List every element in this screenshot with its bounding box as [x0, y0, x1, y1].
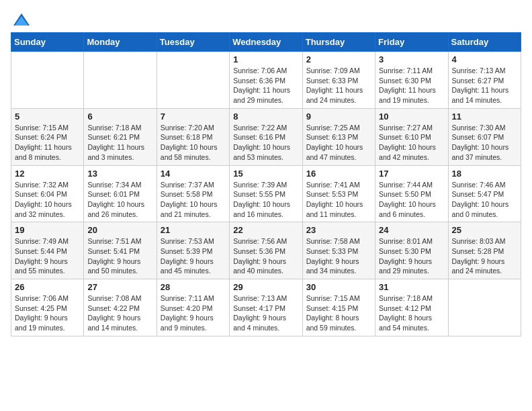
day-info: Sunrise: 8:01 AMSunset: 5:30 PMDaylight:…	[379, 236, 444, 276]
calendar-cell: 12Sunrise: 7:32 AMSunset: 6:04 PMDayligh…	[11, 165, 84, 222]
day-info: Sunrise: 7:56 AMSunset: 5:36 PMDaylight:…	[233, 236, 298, 276]
day-number: 20	[87, 225, 152, 235]
calendar-cell: 3Sunrise: 7:11 AMSunset: 6:30 PMDaylight…	[375, 52, 448, 109]
weekday-header-tuesday: Tuesday	[157, 33, 229, 52]
day-number: 8	[233, 111, 298, 122]
day-info: Sunrise: 7:08 AMSunset: 4:22 PMDaylight:…	[87, 293, 152, 333]
day-number: 2	[306, 54, 371, 64]
day-number: 27	[87, 282, 152, 292]
day-number: 16	[306, 169, 371, 179]
calendar-cell: 24Sunrise: 8:01 AMSunset: 5:30 PMDayligh…	[375, 222, 448, 279]
week-row-2: 5Sunrise: 7:15 AMSunset: 6:24 PMDaylight…	[11, 108, 521, 165]
day-number: 22	[233, 225, 298, 235]
day-info: Sunrise: 7:49 AMSunset: 5:44 PMDaylight:…	[15, 236, 80, 276]
day-info: Sunrise: 7:44 AMSunset: 5:50 PMDaylight:…	[379, 180, 444, 220]
calendar-cell	[84, 52, 157, 109]
calendar-cell: 30Sunrise: 7:15 AMSunset: 4:15 PMDayligh…	[302, 279, 375, 336]
day-info: Sunrise: 7:58 AMSunset: 5:33 PMDaylight:…	[306, 236, 371, 276]
calendar-cell: 7Sunrise: 7:20 AMSunset: 6:18 PMDaylight…	[157, 108, 229, 165]
weekday-header-sunday: Sunday	[11, 33, 84, 52]
calendar-cell: 17Sunrise: 7:44 AMSunset: 5:50 PMDayligh…	[375, 165, 448, 222]
calendar-cell: 28Sunrise: 7:11 AMSunset: 4:20 PMDayligh…	[157, 279, 229, 336]
calendar-cell: 29Sunrise: 7:13 AMSunset: 4:17 PMDayligh…	[230, 279, 302, 336]
day-number: 9	[306, 111, 371, 122]
logo-icon	[12, 11, 31, 30]
calendar-cell: 19Sunrise: 7:49 AMSunset: 5:44 PMDayligh…	[11, 222, 84, 279]
calendar-cell: 9Sunrise: 7:25 AMSunset: 6:13 PMDaylight…	[302, 108, 375, 165]
day-number: 19	[15, 225, 80, 235]
weekday-header-thursday: Thursday	[302, 33, 375, 52]
day-info: Sunrise: 7:18 AMSunset: 4:12 PMDaylight:…	[379, 293, 444, 333]
header	[11, 7, 521, 27]
day-info: Sunrise: 7:18 AMSunset: 6:21 PMDaylight:…	[87, 123, 152, 163]
calendar-cell: 1Sunrise: 7:06 AMSunset: 6:36 PMDaylight…	[230, 52, 302, 109]
calendar-cell: 22Sunrise: 7:56 AMSunset: 5:36 PMDayligh…	[230, 222, 302, 279]
calendar-cell: 15Sunrise: 7:39 AMSunset: 5:55 PMDayligh…	[230, 165, 302, 222]
day-number: 28	[161, 282, 226, 292]
day-number: 18	[452, 169, 517, 179]
day-info: Sunrise: 7:22 AMSunset: 6:16 PMDaylight:…	[233, 123, 298, 163]
calendar-cell: 26Sunrise: 7:06 AMSunset: 4:25 PMDayligh…	[11, 279, 84, 336]
week-row-3: 12Sunrise: 7:32 AMSunset: 6:04 PMDayligh…	[11, 165, 521, 222]
day-info: Sunrise: 8:03 AMSunset: 5:28 PMDaylight:…	[452, 236, 517, 276]
day-info: Sunrise: 7:06 AMSunset: 4:25 PMDaylight:…	[15, 293, 80, 333]
day-number: 29	[233, 282, 298, 292]
calendar-cell: 21Sunrise: 7:53 AMSunset: 5:39 PMDayligh…	[157, 222, 229, 279]
calendar-cell: 25Sunrise: 8:03 AMSunset: 5:28 PMDayligh…	[448, 222, 521, 279]
day-info: Sunrise: 7:32 AMSunset: 6:04 PMDaylight:…	[15, 180, 80, 220]
calendar-cell: 4Sunrise: 7:13 AMSunset: 6:27 PMDaylight…	[448, 52, 521, 109]
weekday-header-friday: Friday	[375, 33, 448, 52]
calendar-cell: 13Sunrise: 7:34 AMSunset: 6:01 PMDayligh…	[84, 165, 157, 222]
day-info: Sunrise: 7:30 AMSunset: 6:07 PMDaylight:…	[452, 123, 517, 163]
day-number: 30	[306, 282, 371, 292]
weekday-header-saturday: Saturday	[448, 33, 521, 52]
day-number: 24	[379, 225, 444, 235]
day-number: 1	[233, 54, 298, 64]
day-number: 17	[379, 169, 444, 179]
weekday-header-monday: Monday	[84, 33, 157, 52]
logo	[11, 11, 31, 27]
calendar-cell	[157, 52, 229, 109]
day-number: 25	[452, 225, 517, 235]
weekday-header-row: SundayMondayTuesdayWednesdayThursdayFrid…	[11, 33, 521, 52]
day-number: 14	[161, 169, 226, 179]
week-row-4: 19Sunrise: 7:49 AMSunset: 5:44 PMDayligh…	[11, 222, 521, 279]
calendar-cell	[11, 52, 84, 109]
day-info: Sunrise: 7:27 AMSunset: 6:10 PMDaylight:…	[379, 123, 444, 163]
day-info: Sunrise: 7:53 AMSunset: 5:39 PMDaylight:…	[161, 236, 226, 276]
calendar-cell: 11Sunrise: 7:30 AMSunset: 6:07 PMDayligh…	[448, 108, 521, 165]
calendar-cell: 10Sunrise: 7:27 AMSunset: 6:10 PMDayligh…	[375, 108, 448, 165]
calendar-header: SundayMondayTuesdayWednesdayThursdayFrid…	[11, 33, 521, 52]
day-info: Sunrise: 7:37 AMSunset: 5:58 PMDaylight:…	[161, 180, 226, 220]
calendar-cell: 16Sunrise: 7:41 AMSunset: 5:53 PMDayligh…	[302, 165, 375, 222]
day-number: 13	[87, 169, 152, 179]
calendar-cell: 6Sunrise: 7:18 AMSunset: 6:21 PMDaylight…	[84, 108, 157, 165]
day-number: 4	[452, 54, 517, 64]
calendar-cell: 23Sunrise: 7:58 AMSunset: 5:33 PMDayligh…	[302, 222, 375, 279]
day-info: Sunrise: 7:25 AMSunset: 6:13 PMDaylight:…	[306, 123, 371, 163]
day-info: Sunrise: 7:11 AMSunset: 4:20 PMDaylight:…	[161, 293, 226, 333]
day-info: Sunrise: 7:06 AMSunset: 6:36 PMDaylight:…	[233, 66, 298, 105]
day-number: 11	[452, 111, 517, 122]
day-info: Sunrise: 7:11 AMSunset: 6:30 PMDaylight:…	[379, 66, 444, 105]
day-info: Sunrise: 7:51 AMSunset: 5:41 PMDaylight:…	[87, 236, 152, 276]
day-info: Sunrise: 7:46 AMSunset: 5:47 PMDaylight:…	[452, 180, 517, 220]
day-info: Sunrise: 7:13 AMSunset: 4:17 PMDaylight:…	[233, 293, 298, 333]
day-info: Sunrise: 7:39 AMSunset: 5:55 PMDaylight:…	[233, 180, 298, 220]
day-info: Sunrise: 7:41 AMSunset: 5:53 PMDaylight:…	[306, 180, 371, 220]
day-info: Sunrise: 7:15 AMSunset: 6:24 PMDaylight:…	[15, 123, 80, 163]
day-number: 6	[87, 111, 152, 122]
calendar-cell: 5Sunrise: 7:15 AMSunset: 6:24 PMDaylight…	[11, 108, 84, 165]
calendar-cell: 20Sunrise: 7:51 AMSunset: 5:41 PMDayligh…	[84, 222, 157, 279]
day-number: 10	[379, 111, 444, 122]
day-number: 26	[15, 282, 80, 292]
calendar-cell: 14Sunrise: 7:37 AMSunset: 5:58 PMDayligh…	[157, 165, 229, 222]
calendar-cell: 2Sunrise: 7:09 AMSunset: 6:33 PMDaylight…	[302, 52, 375, 109]
day-number: 7	[161, 111, 226, 122]
calendar-body: 1Sunrise: 7:06 AMSunset: 6:36 PMDaylight…	[11, 52, 521, 336]
day-number: 12	[15, 169, 80, 179]
day-number: 31	[379, 282, 444, 292]
week-row-5: 26Sunrise: 7:06 AMSunset: 4:25 PMDayligh…	[11, 279, 521, 336]
weekday-header-wednesday: Wednesday	[230, 33, 302, 52]
day-info: Sunrise: 7:15 AMSunset: 4:15 PMDaylight:…	[306, 293, 371, 333]
